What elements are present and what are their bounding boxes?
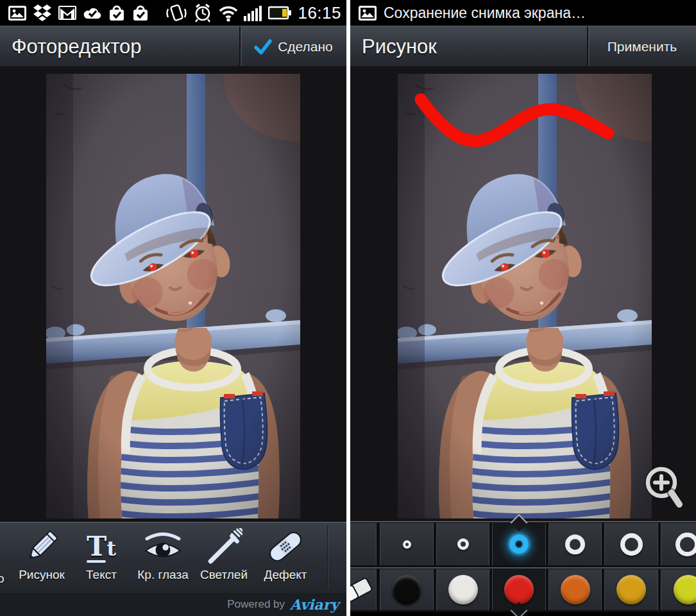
red-eye-icon xyxy=(133,526,192,568)
tool-label: Кр. глаза xyxy=(133,568,192,582)
tool-item-partial[interactable]: о xyxy=(0,572,4,586)
brush-size-row xyxy=(350,521,696,567)
eraser-option[interactable] xyxy=(350,569,377,610)
dropbox-icon xyxy=(33,4,52,22)
brush-size-cell-partial[interactable] xyxy=(350,523,377,565)
brush-color-row xyxy=(350,567,696,612)
apply-button[interactable]: Применить xyxy=(588,26,696,67)
eraser-icon xyxy=(350,576,375,608)
aviary-logo: Aviary xyxy=(290,596,339,613)
magnifier-plus-icon[interactable] xyxy=(643,464,685,513)
tool-label: Текст xyxy=(72,568,131,582)
brush-size-option[interactable] xyxy=(604,523,658,565)
toolbar-divider xyxy=(327,526,328,590)
title-bar-right: Рисунок Применить xyxy=(350,26,696,67)
brush-size-option[interactable] xyxy=(661,523,696,565)
photo-canvas-left[interactable] xyxy=(0,66,346,521)
gallery-icon xyxy=(358,4,377,22)
brush-size-option-selected[interactable] xyxy=(492,523,546,565)
status-bar-left: 16:15 xyxy=(0,0,346,26)
brush-size-option[interactable] xyxy=(436,523,489,565)
pencil-icon xyxy=(12,526,71,568)
gmail-icon xyxy=(58,5,77,21)
photo-editor-screen: 16:15 Фоторедактор Сделано xyxy=(0,0,346,616)
color-option[interactable] xyxy=(436,569,489,610)
color-option[interactable] xyxy=(604,569,658,610)
apply-label: Применить xyxy=(607,39,677,55)
clock: 16:15 xyxy=(298,3,341,23)
drawing-tool-screen: Сохранение снимка экрана… Рисунок Примен… xyxy=(350,0,696,616)
gallery-icon xyxy=(8,4,27,22)
system-status-icons: 16:15 xyxy=(166,0,341,26)
brush-size-option[interactable] xyxy=(548,523,602,565)
status-bar-right: Сохранение снимка экрана… xyxy=(350,0,696,26)
color-option[interactable] xyxy=(380,569,434,610)
bag-check-icon xyxy=(108,4,126,22)
color-option-selected[interactable] xyxy=(492,569,546,610)
tool-item-blemish[interactable]: Дефект xyxy=(256,526,315,592)
tool-label: Светлей xyxy=(194,568,253,582)
alarm-icon xyxy=(192,3,213,23)
wifi-icon xyxy=(218,4,239,22)
photo-canvas-right[interactable] xyxy=(350,66,696,521)
photo-right[interactable] xyxy=(398,74,652,518)
color-option[interactable] xyxy=(661,569,696,610)
photo-left xyxy=(46,74,300,518)
battery-icon xyxy=(268,4,293,22)
vibrate-icon xyxy=(166,3,187,22)
notification-text: Сохранение снимка экрана… xyxy=(384,4,586,22)
tool-label: Дефект xyxy=(256,568,315,582)
signal-icon xyxy=(244,4,263,22)
tool-label: Рисунок xyxy=(12,568,71,582)
page-title: Фоторедактор xyxy=(12,35,142,58)
tool-item-redeye[interactable]: Кр. глаза xyxy=(133,526,192,592)
done-label: Сделано xyxy=(278,39,333,55)
done-button[interactable]: Сделано xyxy=(241,26,346,67)
text-icon: Tt xyxy=(72,526,131,568)
color-option[interactable] xyxy=(548,569,602,610)
powered-by-label: Powered by xyxy=(227,598,285,611)
bag-check-icon xyxy=(132,4,149,22)
page-title: Рисунок xyxy=(362,35,437,58)
tool-item-text[interactable]: Tt Текст xyxy=(72,526,131,592)
cloud-check-icon xyxy=(83,5,102,21)
check-icon xyxy=(254,38,272,55)
tool-item-whiten[interactable]: Светлей xyxy=(194,526,253,592)
title-bar-left: Фоторедактор Сделано xyxy=(0,26,346,67)
bandage-icon xyxy=(256,526,315,568)
tool-strip: о Рисунок Tt Текст Кр. глаза Светлей xyxy=(0,521,346,594)
notification-icons xyxy=(8,0,149,26)
footer: Powered by Aviary xyxy=(0,593,346,616)
brush-size-option[interactable] xyxy=(380,523,434,565)
selection-notch xyxy=(511,602,528,616)
tool-item-draw[interactable]: Рисунок xyxy=(12,526,71,592)
whiten-brush-icon xyxy=(194,526,253,568)
